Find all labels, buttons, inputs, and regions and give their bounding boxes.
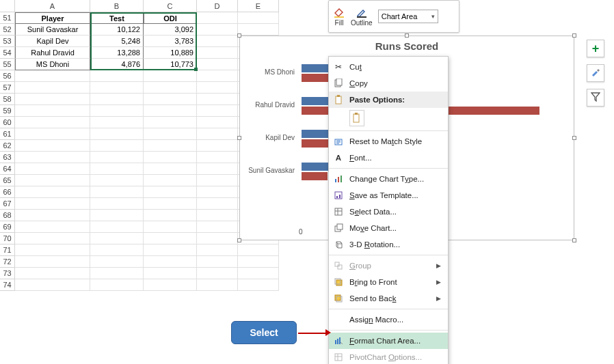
cell[interactable] xyxy=(90,210,144,221)
cell-test[interactable]: 5,248 xyxy=(90,36,144,47)
cell[interactable] xyxy=(90,244,144,256)
cell[interactable] xyxy=(90,221,144,233)
cell[interactable] xyxy=(15,70,90,82)
cell[interactable] xyxy=(197,70,238,82)
col-header-D[interactable]: D xyxy=(197,0,238,12)
cell[interactable] xyxy=(144,268,197,279)
col-header-B[interactable]: B xyxy=(90,0,144,12)
cell[interactable] xyxy=(238,244,279,256)
cell[interactable] xyxy=(144,152,197,163)
cell-test[interactable]: 13,288 xyxy=(90,47,144,59)
cell[interactable] xyxy=(144,175,197,186)
cell[interactable] xyxy=(238,256,279,268)
cell[interactable] xyxy=(90,268,144,279)
cell[interactable] xyxy=(238,24,279,36)
row-number[interactable]: 58 xyxy=(0,94,15,105)
cell-odi[interactable]: 3,092 xyxy=(144,24,197,36)
cell[interactable] xyxy=(197,47,238,59)
menu-change-chart-type[interactable]: Change Chart Type... xyxy=(329,171,448,187)
col-header-A[interactable]: A xyxy=(15,0,90,12)
cell[interactable] xyxy=(15,256,90,268)
row-number[interactable]: 69 xyxy=(0,221,15,233)
header-test[interactable]: Test xyxy=(90,12,144,24)
cell[interactable] xyxy=(90,233,144,244)
menu-font[interactable]: A Font... xyxy=(329,150,448,166)
cell[interactable] xyxy=(90,128,144,140)
cell[interactable] xyxy=(197,59,238,70)
cell[interactable] xyxy=(90,175,144,186)
bar-odi[interactable] xyxy=(302,172,328,180)
cell[interactable] xyxy=(144,221,197,233)
cell[interactable] xyxy=(197,105,238,117)
cell[interactable] xyxy=(15,244,90,256)
cell[interactable] xyxy=(15,105,90,117)
row-number[interactable]: 59 xyxy=(0,105,15,117)
row-number[interactable]: 62 xyxy=(0,140,15,152)
header-player[interactable]: Player xyxy=(15,12,90,24)
chart-styles-button[interactable] xyxy=(587,64,604,82)
row-number[interactable]: 53 xyxy=(0,36,15,47)
cell[interactable] xyxy=(144,210,197,221)
cell[interactable] xyxy=(144,70,197,82)
cell[interactable] xyxy=(197,279,238,291)
cell[interactable] xyxy=(90,70,144,82)
row-number[interactable]: 67 xyxy=(0,198,15,210)
cell[interactable] xyxy=(90,117,144,128)
menu-send-to-back[interactable]: Send to Back ▶ xyxy=(329,290,448,307)
cell[interactable] xyxy=(144,198,197,210)
cell[interactable] xyxy=(144,256,197,268)
menu-assign-macro[interactable]: Assign Macro... xyxy=(329,311,448,328)
menu-reset-match-style[interactable]: Reset to Match Style xyxy=(329,133,448,150)
cell[interactable] xyxy=(197,186,238,198)
outline-button[interactable]: Outline xyxy=(351,6,373,27)
cell[interactable] xyxy=(144,94,197,105)
cell-player[interactable]: Rahul Dravid xyxy=(15,47,90,59)
cell[interactable] xyxy=(144,105,197,117)
cell[interactable] xyxy=(15,152,90,163)
row-number[interactable]: 71 xyxy=(0,244,15,256)
cell-test[interactable]: 10,122 xyxy=(90,24,144,36)
cell[interactable] xyxy=(15,175,90,186)
cell-odi[interactable]: 10,889 xyxy=(144,47,197,59)
cell[interactable] xyxy=(238,268,279,279)
menu-move-chart[interactable]: Move Chart... xyxy=(329,220,448,236)
paste-option-button[interactable] xyxy=(349,110,364,126)
cell[interactable] xyxy=(197,152,238,163)
header-odi[interactable]: ODI xyxy=(144,12,197,24)
row-number[interactable]: 60 xyxy=(0,117,15,128)
row-number[interactable]: 61 xyxy=(0,128,15,140)
cell[interactable] xyxy=(197,175,238,186)
menu-save-template[interactable]: Save as Template... xyxy=(329,187,448,204)
cell[interactable] xyxy=(15,186,90,198)
row-number[interactable]: 72 xyxy=(0,256,15,268)
cell[interactable] xyxy=(197,268,238,279)
cell[interactable] xyxy=(197,210,238,221)
row-number[interactable]: 66 xyxy=(0,186,15,198)
cell[interactable] xyxy=(197,163,238,175)
row-number[interactable]: 73 xyxy=(0,268,15,279)
menu-select-data[interactable]: Select Data... xyxy=(329,204,448,220)
menu-format-chart-area[interactable]: Format Chart Area... xyxy=(329,333,448,349)
cell[interactable] xyxy=(15,198,90,210)
cell[interactable] xyxy=(90,163,144,175)
cell[interactable] xyxy=(15,279,90,291)
cell[interactable] xyxy=(238,279,279,291)
cell-player[interactable]: MS Dhoni xyxy=(15,59,90,70)
cell[interactable] xyxy=(15,233,90,244)
cell[interactable] xyxy=(197,256,238,268)
row-number[interactable]: 68 xyxy=(0,210,15,221)
cell[interactable] xyxy=(15,210,90,221)
row-number[interactable]: 52 xyxy=(0,24,15,36)
cell[interactable] xyxy=(90,105,144,117)
cell[interactable] xyxy=(197,128,238,140)
cell-odi[interactable]: 3,783 xyxy=(144,36,197,47)
row-number[interactable]: 74 xyxy=(0,279,15,291)
row-number[interactable]: 64 xyxy=(0,163,15,175)
row-number[interactable]: 54 xyxy=(0,47,15,59)
cell[interactable] xyxy=(15,94,90,105)
cell[interactable] xyxy=(15,140,90,152)
cell[interactable] xyxy=(197,94,238,105)
cell[interactable] xyxy=(197,233,238,244)
cell[interactable] xyxy=(197,117,238,128)
cell[interactable] xyxy=(197,36,238,47)
